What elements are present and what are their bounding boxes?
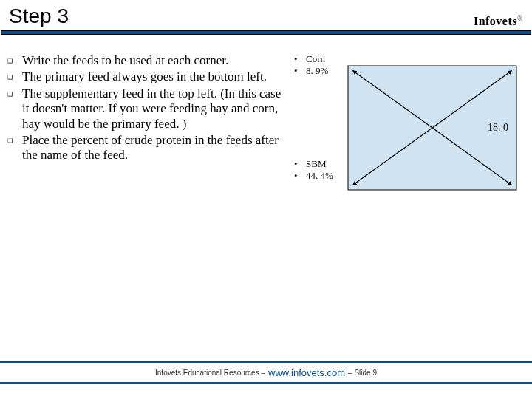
content-area: ❑ Write the feeds to be used at each cor… <box>0 35 532 263</box>
bullet-icon: ❑ <box>7 69 22 84</box>
list-item-text: The primary feed always goes in the bott… <box>22 69 267 84</box>
feed-name: Corn <box>306 53 325 65</box>
diagram-column: •Corn •8. 9% •SBM •44. 4% 18. 0 <box>288 53 525 263</box>
list-item-text: Write the feeds to be used at each corne… <box>22 53 228 68</box>
list-item: ❑ Place the percent of crude protein in … <box>7 133 288 163</box>
bullet-icon: ❑ <box>7 86 22 132</box>
list-item: ❑ Write the feeds to be used at each cor… <box>7 53 288 68</box>
list-item: ❑ The supplementary feed in the top left… <box>7 86 288 132</box>
top-feed-label: •Corn •8. 9% <box>294 53 347 77</box>
brand-text: Infovets <box>474 15 517 27</box>
footer-prefix: Infovets Educational Resources – <box>155 369 265 377</box>
bullet-icon: • <box>294 170 306 182</box>
bottom-feed-label: •SBM •44. 4% <box>294 158 347 182</box>
bullet-icon: ❑ <box>7 53 22 68</box>
feed-name: SBM <box>306 158 326 170</box>
footer-suffix: – Slide 9 <box>348 369 377 377</box>
list-item-text: The supplementary feed in the top left. … <box>22 86 288 132</box>
registered-icon: ® <box>517 14 523 22</box>
divider <box>1 30 531 35</box>
page-title: Step 3 <box>9 4 69 28</box>
center-value: 18. 0 <box>488 122 508 134</box>
feed-value: 8. 9% <box>306 65 328 77</box>
bullet-icon: • <box>294 65 306 77</box>
feed-value: 44. 4% <box>306 170 333 182</box>
footer: Infovets Educational Resources – www.inf… <box>0 361 532 384</box>
list-item-text: Place the percent of crude protein in th… <box>22 133 288 163</box>
feed-labels: •Corn •8. 9% •SBM •44. 4% <box>294 53 347 263</box>
pearson-square: 18. 0 <box>347 53 525 263</box>
list-item: ❑ The primary feed always goes in the bo… <box>7 69 288 84</box>
bullet-column: ❑ Write the feeds to be used at each cor… <box>7 53 288 263</box>
bullet-icon: • <box>294 53 306 65</box>
bullet-icon: • <box>294 158 306 170</box>
footer-url: www.infovets.com <box>268 367 345 378</box>
brand-logo: Infovets® <box>474 14 523 28</box>
bullet-icon: ❑ <box>7 133 22 163</box>
title-bar: Step 3 Infovets® <box>0 0 532 30</box>
